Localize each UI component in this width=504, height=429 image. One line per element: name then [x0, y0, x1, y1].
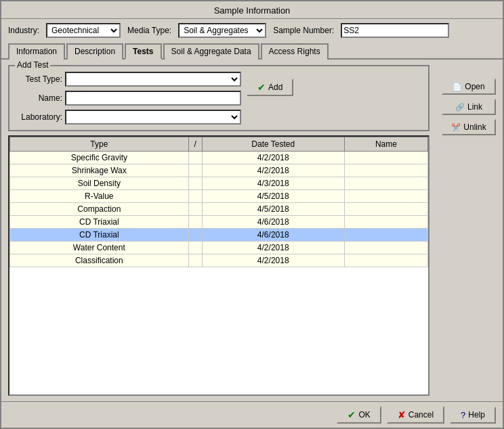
cell-type: CD Triaxial: [10, 216, 189, 229]
media-type-label: Media Type:: [127, 26, 171, 35]
industry-label: Industry:: [8, 26, 39, 35]
tab-description[interactable]: Description: [66, 43, 123, 60]
tab-information[interactable]: Information: [8, 43, 65, 60]
title-bar: Sample Information: [1, 1, 503, 19]
cell-date: 4/6/2018: [202, 216, 344, 229]
help-button[interactable]: ? Help: [450, 407, 496, 424]
ok-button[interactable]: ✔ OK: [337, 406, 381, 424]
cell-slash: [188, 164, 202, 177]
name-label: Name:: [15, 93, 62, 103]
link-button[interactable]: 🔗 Link: [442, 99, 496, 115]
name-row: Name:: [15, 91, 241, 106]
tab-access-rights[interactable]: Access Rights: [261, 43, 329, 60]
test-type-row: Test Type:: [15, 72, 241, 87]
cell-type: R-Value: [10, 190, 189, 203]
col-type: Type: [10, 137, 189, 152]
open-button[interactable]: 📄 Open: [442, 78, 496, 95]
cell-slash: [188, 190, 202, 203]
unlink-button[interactable]: ✂️ Unlink: [442, 119, 496, 135]
table-row[interactable]: Classification 4/2/2018: [10, 254, 428, 267]
col-date: Date Tested: [202, 137, 344, 152]
ok-check-icon: ✔: [348, 409, 356, 420]
right-panel: 📄 Open 🔗 Link ✂️ Unlink: [435, 65, 496, 396]
table-header-row: Type / Date Tested Name: [10, 137, 428, 152]
add-test-fields: Test Type: Name: Laboratory:: [15, 72, 241, 125]
tab-soil-aggregate[interactable]: Soil & Aggregate Data: [163, 43, 259, 60]
sample-number-label: Sample Number:: [273, 26, 334, 35]
window-title: Sample Information: [214, 5, 291, 16]
form-header: Industry: Geotechnical Media Type: Soil …: [1, 19, 503, 42]
cell-date: 4/6/2018: [202, 229, 344, 242]
cell-name: [344, 164, 427, 177]
left-panel: Add Test Test Type: Name: Laboratory:: [8, 65, 429, 396]
media-type-select[interactable]: Soil & Aggregates: [178, 23, 266, 38]
cell-name: [344, 177, 427, 190]
table-row[interactable]: Specific Gravity 4/2/2018: [10, 152, 428, 164]
name-input[interactable]: [65, 91, 241, 106]
cell-type: Compaction: [10, 203, 189, 216]
cell-slash: [188, 152, 202, 164]
col-slash: /: [188, 137, 202, 152]
cancel-button[interactable]: ✘ Cancel: [387, 406, 444, 424]
cell-slash: [188, 216, 202, 229]
unlink-icon: ✂️: [451, 123, 461, 132]
laboratory-label: Laboratory:: [15, 112, 62, 122]
test-table: Type / Date Tested Name Specific Gravity…: [9, 137, 428, 267]
cell-name: [344, 216, 427, 229]
tab-tests[interactable]: Tests: [125, 43, 161, 60]
table-row[interactable]: Water Content 4/2/2018: [10, 242, 428, 254]
main-window: Sample Information Industry: Geotechnica…: [0, 0, 504, 429]
laboratory-select[interactable]: [65, 110, 241, 125]
sample-number-input[interactable]: [341, 23, 449, 38]
cell-slash: [188, 254, 202, 267]
cell-type: Classification: [10, 254, 189, 267]
cell-date: 4/2/2018: [202, 164, 344, 177]
cell-date: 4/3/2018: [202, 177, 344, 190]
table-row[interactable]: Soil Density 4/3/2018: [10, 177, 428, 190]
cancel-x-icon: ✘: [398, 409, 406, 420]
cell-type: Specific Gravity: [10, 152, 189, 164]
table-row[interactable]: CD Triaxial 4/6/2018: [10, 216, 428, 229]
cell-name: [344, 229, 427, 242]
add-check-icon: ✔: [257, 82, 266, 93]
add-button[interactable]: ✔ Add: [247, 78, 293, 96]
table-row[interactable]: Compaction 4/5/2018: [10, 203, 428, 216]
cell-slash: [188, 229, 202, 242]
table-row[interactable]: Shrinkage Wax 4/2/2018: [10, 164, 428, 177]
col-name: Name: [344, 137, 427, 152]
cell-date: 4/5/2018: [202, 203, 344, 216]
test-table-container: Type / Date Tested Name Specific Gravity…: [8, 135, 429, 396]
cell-type: Soil Density: [10, 177, 189, 190]
footer: ✔ OK ✘ Cancel ? Help: [1, 401, 503, 428]
cell-name: [344, 203, 427, 216]
add-test-inner: Test Type: Name: Laboratory:: [15, 72, 423, 125]
add-test-legend: Add Test: [15, 60, 50, 70]
table-row[interactable]: R-Value 4/5/2018: [10, 190, 428, 203]
laboratory-row: Laboratory:: [15, 110, 241, 125]
table-row[interactable]: CD Triaxial 4/6/2018: [10, 229, 428, 242]
cell-name: [344, 190, 427, 203]
cell-type: Water Content: [10, 242, 189, 254]
cell-date: 4/5/2018: [202, 190, 344, 203]
cell-date: 4/2/2018: [202, 254, 344, 267]
cell-type: Shrinkage Wax: [10, 164, 189, 177]
add-test-group: Add Test Test Type: Name: Laboratory:: [8, 65, 429, 131]
cell-slash: [188, 203, 202, 216]
cell-slash: [188, 242, 202, 254]
open-icon: 📄: [453, 83, 462, 91]
tab-bar: Information Description Tests Soil & Agg…: [1, 42, 503, 60]
cell-name: [344, 242, 427, 254]
cell-date: 4/2/2018: [202, 242, 344, 254]
link-icon: 🔗: [455, 103, 465, 112]
cell-slash: [188, 177, 202, 190]
cell-name: [344, 254, 427, 267]
industry-select[interactable]: Geotechnical: [46, 23, 121, 38]
cell-type: CD Triaxial: [10, 229, 189, 242]
test-type-select[interactable]: [65, 72, 241, 87]
help-q-icon: ?: [461, 410, 465, 420]
cell-date: 4/2/2018: [202, 152, 344, 164]
main-content: Add Test Test Type: Name: Laboratory:: [1, 60, 503, 401]
test-type-label: Test Type:: [15, 74, 62, 84]
cell-name: [344, 152, 427, 164]
